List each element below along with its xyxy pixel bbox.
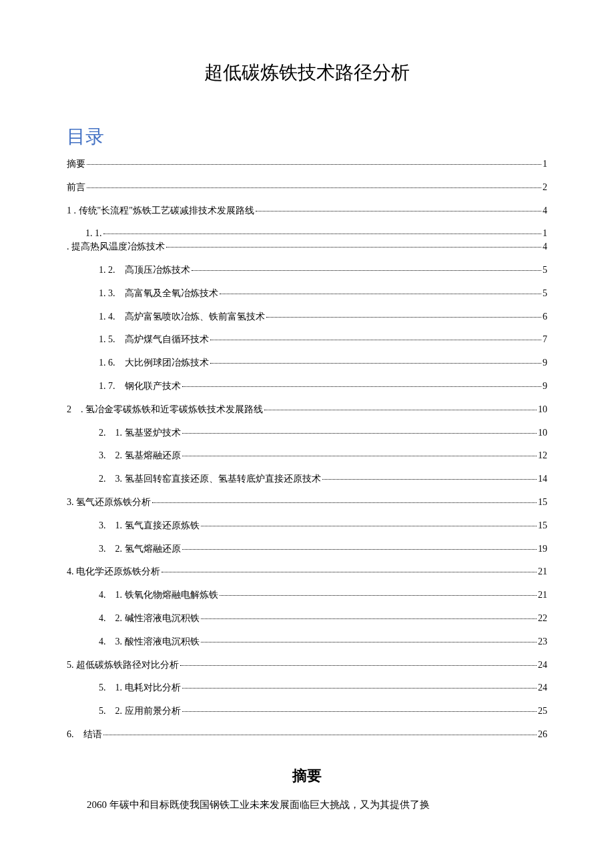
toc-entry[interactable]: 摘要1 [67, 159, 547, 170]
toc-entry-label: 3. 2. 氢气熔融还原 [99, 544, 181, 555]
toc-entry[interactable]: 4. 电化学还原炼铁分析21 [67, 566, 547, 578]
toc-entry[interactable]: 2 . 氢冶金零碳炼铁和近零碳炼铁技术发展路线10 [67, 404, 547, 416]
toc-entry-label: 6. 结语 [67, 729, 102, 741]
toc-entry-label: 4. 3. 酸性溶液电沉积铁 [99, 636, 200, 648]
toc-entry-page: 22 [538, 613, 547, 624]
toc-entry[interactable]: 5. 1. 电耗对比分析 24 [67, 683, 547, 694]
toc-entry-page: 4 [543, 242, 547, 253]
toc-entry[interactable]: 4. 2. 碱性溶液电沉积铁 22 [67, 613, 547, 624]
toc-entry-label: 2 . 氢冶金零碳炼铁和近零碳炼铁技术发展路线 [67, 404, 263, 416]
toc-entry[interactable]: 2. 1. 氢基竖炉技术 10 [67, 428, 547, 439]
toc-entry-label: 1. 4. 高炉富氢喷吹冶炼、铁前富氢技术 [99, 312, 265, 323]
toc-entry-page: 21 [538, 590, 547, 601]
toc-leader [180, 665, 537, 666]
toc-entry-page: 26 [538, 729, 547, 741]
toc-entry-page: 1 [543, 159, 547, 170]
toc-entry[interactable]: . 提高热风温度冶炼技术4 [67, 242, 547, 253]
toc-entry[interactable]: 前言2 [67, 182, 547, 193]
toc-entry-page: 25 [538, 706, 547, 717]
abstract-body: 2060 年碳中和目标既使我国钢铁工业未来发展面临巨大挑战，又为其提供了换 [67, 795, 547, 815]
toc-leader [103, 735, 537, 735]
toc-entry[interactable]: 1. 2. 高顶压冶炼技术 5 [67, 265, 547, 276]
toc-entry-label: 1. 6. 大比例球团冶炼技术 [99, 358, 209, 369]
toc-entry-label: 5. 超低碳炼铁路径对比分析 [67, 660, 179, 671]
toc-entry[interactable]: 1. 6. 大比例球团冶炼技术 9 [67, 358, 547, 369]
document-title: 超低碳炼铁技术路径分析 [67, 60, 547, 85]
toc-entry-label: 3. 氢气还原炼铁分析 [67, 497, 151, 508]
toc-entry-page: 2 [543, 182, 547, 193]
toc-entry-page: 14 [538, 474, 547, 485]
toc-leader [201, 642, 537, 642]
toc-leader [103, 234, 542, 234]
toc-entry-page: 5 [543, 265, 547, 276]
toc-entry-label: 1. 3. 高富氧及全氧冶炼技术 [99, 288, 218, 300]
toc-entry-page: 9 [543, 358, 547, 369]
toc-leader [87, 187, 541, 188]
toc-entry-page: 21 [538, 566, 547, 578]
toc-entry-label: 4. 1. 铁氧化物熔融电解炼铁 [99, 590, 218, 601]
toc-leader [264, 410, 537, 410]
toc-entry-page: 1 [543, 228, 547, 240]
toc-leader [220, 294, 542, 294]
toc-leader [182, 711, 537, 712]
toc-entry-page: 7 [543, 334, 547, 346]
toc-entry-page: 5 [543, 288, 547, 300]
toc-leader [182, 386, 542, 387]
toc-leader [201, 526, 537, 526]
toc-entry-page: 6 [543, 312, 547, 323]
toc-entry[interactable]: 1. 3. 高富氧及全氧冶炼技术 5 [67, 288, 547, 300]
toc-entry-page: 23 [538, 636, 547, 648]
toc-entry-label: 摘要 [67, 159, 85, 170]
toc-leader [192, 270, 542, 271]
toc-entry[interactable]: 1. 5. 高炉煤气自循环技术 7 [67, 334, 547, 346]
toc-entry-page: 24 [538, 683, 547, 694]
toc-leader [166, 247, 541, 248]
toc-entry[interactable]: 3. 2. 氢基熔融还原 12 [67, 450, 547, 462]
toc-entry-label: 2. 1. 氢基竖炉技术 [99, 428, 181, 439]
toc-entry-page: 15 [538, 497, 547, 508]
toc-entry-label: 前言 [67, 182, 85, 193]
abstract-heading: 摘要 [67, 766, 547, 786]
toc-entry-page: 4 [543, 205, 547, 217]
toc-entry[interactable]: 1 . 传统"长流程"炼铁工艺碳减排技术发展路线 4 [67, 205, 547, 217]
toc-leader [182, 433, 537, 434]
toc-entry[interactable]: 6. 结语 26 [67, 729, 547, 741]
toc-entry[interactable]: 4. 1. 铁氧化物熔融电解炼铁 21 [67, 590, 547, 601]
toc-leader [210, 340, 542, 340]
toc-leader [201, 618, 537, 619]
toc-entry-label: 3. 2. 氢基熔融还原 [99, 450, 181, 462]
toc-entry-label: . 提高热风温度冶炼技术 [67, 242, 165, 253]
toc-entry[interactable]: 3. 2. 氢气熔融还原 19 [67, 544, 547, 555]
toc-entry[interactable]: 1. 4. 高炉富氢喷吹冶炼、铁前富氢技术 6 [67, 312, 547, 323]
toc-entry[interactable]: 5. 超低碳炼铁路径对比分析24 [67, 660, 547, 671]
toc-entry-label: 1. 7. 钢化联产技术 [99, 381, 181, 392]
toc-entry[interactable]: 3. 1. 氢气直接还原炼铁 15 [67, 520, 547, 532]
toc-entry-label: 4. 2. 碱性溶液电沉积铁 [99, 613, 200, 624]
toc-leader [322, 479, 537, 480]
toc-entry-label: 1. 1. [85, 228, 102, 240]
toc-leader [182, 549, 537, 550]
toc-entry-page: 19 [538, 544, 547, 555]
toc-entry-page: 15 [538, 520, 547, 532]
toc-entry[interactable]: 4. 3. 酸性溶液电沉积铁 23 [67, 636, 547, 648]
toc-entry-page: 10 [538, 428, 547, 439]
toc-leader [182, 456, 537, 456]
toc-leader [152, 502, 537, 503]
toc-entry[interactable]: 1. 7. 钢化联产技术 9 [67, 381, 547, 392]
toc-entry-label: 5. 2. 应用前景分析 [99, 706, 181, 717]
toc-leader [266, 317, 542, 318]
toc-leader [256, 211, 541, 211]
toc-entry-label: 3. 1. 氢气直接还原炼铁 [99, 520, 200, 532]
toc-entry[interactable]: 1. 1. 1 [67, 228, 547, 240]
toc-entry[interactable]: 5. 2. 应用前景分析 25 [67, 706, 547, 717]
toc-entry-page: 12 [538, 450, 547, 462]
toc-heading: 目录 [67, 124, 547, 149]
toc-entry[interactable]: 3. 氢气还原炼铁分析15 [67, 497, 547, 508]
toc-entry-page: 10 [538, 404, 547, 416]
toc-leader [210, 363, 542, 364]
toc-leader [220, 595, 537, 596]
toc-entry-label: 1 . 传统"长流程"炼铁工艺碳减排技术发展路线 [67, 205, 254, 217]
toc-entry-label: 2. 3. 氢基回转窑直接还原、氢基转底炉直接还原技术 [99, 474, 321, 485]
toc-entry-label: 1. 5. 高炉煤气自循环技术 [99, 334, 209, 346]
toc-entry[interactable]: 2. 3. 氢基回转窑直接还原、氢基转底炉直接还原技术14 [67, 474, 547, 485]
